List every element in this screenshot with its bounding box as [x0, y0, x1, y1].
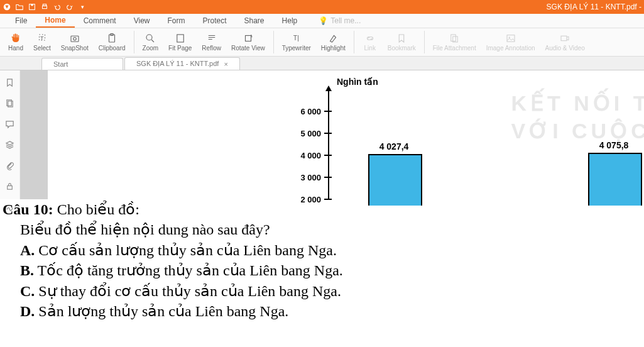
bookmark-panel-icon[interactable]: [5, 78, 15, 87]
svg-text:T: T: [40, 35, 44, 41]
document-tab-label: SGK ĐỊA LÝ 11 - KNTT.pdf: [136, 60, 219, 68]
content-area: KẾT NỐI TR VỚI CUỘC Nghìn tấn 6 000 5 00…: [0, 70, 644, 199]
image-icon: [505, 33, 516, 44]
menu-form[interactable]: Form: [159, 14, 194, 27]
tick-label-5000: 5 000: [290, 129, 321, 138]
typewriter-label: Typewriter: [282, 45, 311, 52]
tick-label-2000: 2 000: [290, 195, 321, 204]
question-prompt: Câu 10: Cho biểu đồ:: [3, 199, 641, 219]
menu-help[interactable]: Help: [273, 14, 307, 27]
svg-rect-4: [43, 4, 46, 6]
reflow-icon: [206, 33, 217, 44]
menu-protect[interactable]: Protect: [194, 14, 236, 27]
select-tool-button[interactable]: T Select: [29, 31, 55, 53]
answer-a-text: Cơ cấu sản lượng thủy sản của Liên bang …: [35, 242, 337, 258]
zoom-label: Zoom: [143, 45, 159, 52]
bookmark-icon: [396, 33, 407, 44]
layers-panel-icon[interactable]: [5, 140, 15, 150]
select-icon: T: [36, 33, 48, 44]
menu-home[interactable]: Home: [36, 14, 74, 28]
snapshot-icon: [69, 33, 80, 44]
svg-rect-2: [31, 4, 33, 6]
chart-bar-label-1: 4 075,8: [586, 140, 642, 150]
fit-page-label: Fit Page: [168, 45, 192, 52]
redo-icon[interactable]: [65, 3, 74, 11]
y-axis: [328, 88, 329, 199]
start-tab-label: Start: [53, 60, 68, 68]
typewriter-icon: T|: [291, 33, 302, 44]
attachment-icon: [449, 33, 460, 44]
clipboard-icon: [106, 33, 117, 44]
reflow-label: Reflow: [202, 45, 221, 52]
image-annotation-button[interactable]: Image Annotation: [482, 31, 540, 53]
file-attachment-button[interactable]: File Attachment: [428, 31, 481, 53]
window-title: SGK ĐỊA LÝ 11 - KNTT.pdf -: [547, 3, 641, 11]
answer-a: A. Cơ cấu sản lượng thủy sản của Liên ba…: [3, 240, 641, 260]
snapshot-label: SnapShot: [61, 45, 89, 52]
document-viewer[interactable]: KẾT NỐI TR VỚI CUỘC Nghìn tấn 6 000 5 00…: [20, 70, 644, 199]
svg-rect-17: [507, 35, 515, 42]
tell-me-search[interactable]: 💡 Tell me...: [319, 16, 361, 25]
pages-panel-icon[interactable]: [5, 99, 15, 108]
clipboard-button[interactable]: Clipboard: [94, 31, 130, 53]
answer-c-label: C.: [20, 283, 35, 299]
image-annotation-label: Image Annotation: [486, 45, 535, 52]
watermark-line1: KẾT NỐI TR: [511, 89, 644, 117]
svg-rect-19: [561, 36, 567, 41]
highlight-label: Highlight: [321, 45, 346, 52]
zoom-button[interactable]: Zoom: [138, 31, 163, 53]
menu-file[interactable]: File: [6, 14, 36, 27]
link-button[interactable]: Link: [358, 31, 382, 53]
attachments-panel-icon[interactable]: [5, 161, 15, 170]
title-bar: ▾ SGK ĐỊA LÝ 11 - KNTT.pdf -: [0, 0, 644, 14]
close-tab-button[interactable]: ×: [224, 60, 227, 68]
save-icon[interactable]: [28, 3, 36, 11]
chart-bar-1: [588, 153, 642, 206]
document-tab[interactable]: SGK ĐỊA LÝ 11 - KNTT.pdf ×: [124, 57, 240, 70]
undo-icon[interactable]: [53, 3, 62, 11]
open-icon[interactable]: [15, 3, 24, 11]
menu-comment[interactable]: Comment: [75, 14, 125, 27]
typewriter-button[interactable]: T| Typewriter: [278, 31, 315, 53]
answer-a-label: A.: [20, 242, 35, 258]
security-panel-icon[interactable]: [5, 182, 15, 191]
start-tab[interactable]: Start: [41, 58, 123, 70]
question-prompt-text: Cho biểu đồ:: [53, 201, 139, 218]
reflow-button[interactable]: Reflow: [197, 31, 226, 53]
fit-page-icon: [175, 33, 186, 44]
audio-video-button[interactable]: Audio & Video: [541, 31, 589, 53]
tick-2000: [324, 199, 332, 200]
ribbon-toolbar: Hand T Select SnapShot Clipboard Zoom Fi…: [0, 28, 644, 57]
tick-5000: [324, 133, 332, 134]
rotate-view-button[interactable]: Rotate View: [227, 31, 270, 53]
hand-tool-button[interactable]: Hand: [4, 31, 28, 53]
menu-view[interactable]: View: [125, 14, 159, 27]
question-sub: Biểu đồ thể hiện nội dung nào sau đây?: [3, 219, 641, 240]
tick-3000: [324, 177, 332, 178]
ribbon-separator: [273, 31, 274, 53]
menu-bar: File Home Comment View Form Protect Shar…: [0, 14, 644, 28]
side-panel: [0, 70, 20, 199]
bookmark-button[interactable]: Bookmark: [383, 31, 420, 53]
tick-4000: [324, 155, 332, 156]
audio-video-label: Audio & Video: [545, 45, 585, 52]
question-area: Câu 10: Cho biểu đồ: Biểu đồ thể hiện nộ…: [0, 199, 644, 321]
snapshot-button[interactable]: SnapShot: [57, 31, 93, 53]
answer-c: C. Sự thay đổi cơ cấu thủy sản của Liên …: [3, 281, 641, 301]
zoom-icon: [145, 33, 156, 44]
svg-point-18: [508, 36, 510, 38]
app-logo-icon: [3, 3, 11, 11]
dropdown-icon[interactable]: ▾: [78, 3, 87, 11]
comments-panel-icon[interactable]: [5, 119, 15, 129]
print-icon[interactable]: [40, 3, 49, 11]
svg-rect-13: [245, 36, 251, 41]
page-content: KẾT NỐI TR VỚI CUỘC Nghìn tấn 6 000 5 00…: [48, 70, 644, 199]
select-label: Select: [33, 45, 51, 52]
fit-page-button[interactable]: Fit Page: [164, 31, 196, 53]
svg-rect-22: [8, 186, 13, 190]
highlight-button[interactable]: Highlight: [317, 31, 350, 53]
answer-d: D. Sản lượng thủy sản của Liên bang Nga.: [3, 301, 641, 321]
document-tab-bar: Start SGK ĐỊA LÝ 11 - KNTT.pdf ×: [0, 57, 644, 70]
chart-y-label: Nghìn tấn: [337, 77, 378, 87]
menu-share[interactable]: Share: [236, 14, 273, 27]
